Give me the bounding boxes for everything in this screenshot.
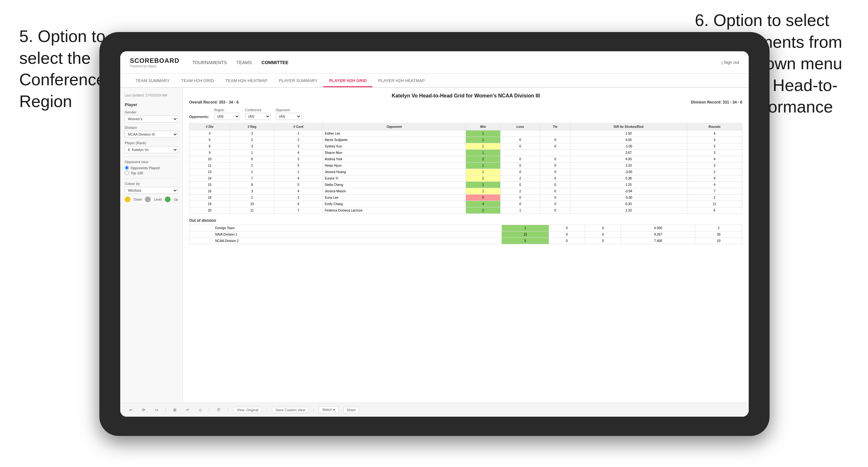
overall-record: Overall Record: 353 - 34 - 6 (189, 100, 239, 104)
th-rounds: Rounds (687, 123, 742, 130)
toolbar-sep4: | (267, 408, 268, 412)
table-row: 13 1 1 Jessica Huang 1 0 0 -3.00 2 (189, 169, 742, 175)
table-row: 18 2 2 Euna Lee 0 0 0 -5.00 2 (189, 194, 742, 201)
top-nav: SCOREBOARD Powered by clippd TOURNAMENTS… (120, 51, 749, 74)
toolbar-redo2[interactable]: ↪ (152, 407, 161, 413)
th-win: Win (466, 123, 500, 130)
main-data-table: # Div # Reg # Conf Opponent Win Loss Tie… (189, 123, 742, 214)
legend-label-level: Level (154, 198, 162, 201)
nav-tournaments[interactable]: TOURNAMENTS (192, 58, 227, 67)
app-content: SCOREBOARD Powered by clippd TOURNAMENTS… (120, 51, 749, 417)
sidebar-opponent-view-group: Opponents Played Top 100 (125, 166, 178, 175)
table-row: 10 6 3 Andrea York 2 0 0 4.00 4 (189, 156, 742, 162)
legend-label-down: Down (134, 198, 142, 201)
toolbar-save-custom[interactable]: Save Custom View (272, 407, 309, 413)
filter-row: Opponents: Region (All) Conference (All) (189, 108, 742, 120)
sub-nav: TEAM SUMMARY TEAM H2H GRID TEAM H2H HEAT… (120, 74, 749, 88)
logo-area: SCOREBOARD Powered by clippd (130, 57, 179, 68)
toolbar-sep2: | (209, 408, 210, 412)
sidebar-gender-label: Gender (125, 110, 178, 114)
table-row: 6 3 3 Sydney Kuo 1 0 0 -1.00 3 (189, 143, 742, 150)
table-row: 5 2 2 Alexis Sudjianto 1 0 0 4.00 3 (189, 137, 742, 143)
out-of-division-header: Out of division (189, 218, 742, 223)
legend-dot-level (145, 196, 151, 202)
toolbar-grid[interactable]: ⊞ (170, 407, 179, 413)
report-title: Katelyn Vo Head-to-Head Grid for Women's… (189, 93, 742, 99)
sidebar-gender-select[interactable]: Women's (125, 115, 178, 122)
nav-teams[interactable]: TEAMS (236, 58, 252, 67)
filter-conference-group: Conference (All) (245, 108, 271, 120)
th-conf: # Conf (274, 123, 322, 130)
sidebar-colour-by-select[interactable]: Win/loss (125, 187, 178, 194)
table-row: 15 8 5 Stella Cheng 1 0 0 1.25 4 (189, 182, 742, 188)
toolbar-view-original[interactable]: View: Original (233, 407, 262, 413)
sidebar-player-label: Player (125, 102, 178, 107)
subnav-player-summary[interactable]: PLAYER SUMMARY (273, 75, 323, 87)
toolbar-watch[interactable]: Watch ▾ (319, 406, 339, 413)
tablet-screen: SCOREBOARD Powered by clippd TOURNAMENTS… (120, 51, 749, 417)
main-content: Last Updated: 27/03/2024 AM Player Gende… (120, 88, 749, 403)
subnav-team-summary[interactable]: TEAM SUMMARY (130, 75, 176, 87)
toolbar-sep1: | (165, 408, 166, 412)
table-row: NAIA Division 1 15 0 0 9.267 30 (189, 231, 742, 238)
table-row: 9 1 4 Sharon Mun 1 3.67 3 (189, 150, 742, 156)
sidebar-opponent-view-label: Opponent view (125, 160, 178, 164)
subnav-team-h2h-heatmap[interactable]: TEAM H2H HEATMAP (220, 75, 273, 87)
table-row: 3 3 1 Esther Lee 1 1.50 4 (189, 130, 742, 137)
filter-conference-select[interactable]: (All) (245, 113, 271, 120)
bottom-toolbar: ↩ ⟳ ↪ | ⊞ ✂ ◇ | ⏱ | View: Original | Sav… (120, 403, 749, 417)
table-row: 16 3 4 Jessica Mason 1 2 0 -0.94 7 (189, 188, 742, 194)
nav-committee[interactable]: COMMITTEE (262, 58, 288, 67)
logo-sub: Powered by clippd (130, 64, 179, 68)
sidebar-radio-opponents-played[interactable]: Opponents Played (125, 166, 178, 170)
tablet: SCOREBOARD Powered by clippd TOURNAMENTS… (99, 32, 770, 436)
toolbar-sep3: | (228, 408, 228, 412)
toolbar-diamond[interactable]: ◇ (196, 407, 204, 413)
toolbar-clock[interactable]: ⏱ (214, 407, 223, 413)
th-div: # Div (189, 123, 230, 130)
filter-conference-label: Conference (245, 108, 271, 112)
toolbar-share[interactable]: Share (343, 407, 360, 413)
table-row: 20 11 7 Federica Domecq Lacroze 2 1 0 1.… (189, 207, 742, 214)
filter-region-label: Region (214, 108, 240, 112)
records-row: Overall Record: 353 - 34 - 6 Division Re… (189, 100, 742, 104)
division-record: Division Record: 331 - 34 - 6 (691, 100, 742, 104)
filter-region-select[interactable]: (All) (214, 113, 240, 120)
th-reg: # Reg (230, 123, 274, 130)
legend-label-up: Up (174, 198, 178, 201)
opponents-label: Opponents: (189, 115, 209, 120)
subnav-team-h2h-grid[interactable]: TEAM H2H GRID (176, 75, 220, 87)
filter-opponent-select[interactable]: (All) (276, 113, 302, 120)
table-row: NCAA Division 2 5 0 0 7.400 10 (189, 238, 742, 244)
table-row: 14 7 4 Eunice Yi 2 2 0 0.38 9 (189, 175, 742, 182)
sidebar-radio-top100[interactable]: Top 100 (125, 171, 178, 175)
toolbar-redo1[interactable]: ⟳ (140, 407, 148, 413)
nav-links: TOURNAMENTS TEAMS COMMITTEE (192, 58, 709, 67)
sign-out-link[interactable]: | Sign out (721, 60, 739, 65)
out-of-division-table: Foreign Team 1 0 0 4.500 2 NAIA Division… (189, 225, 742, 244)
sidebar: Last Updated: 27/03/2024 AM Player Gende… (120, 88, 183, 403)
sidebar-player-rank-select[interactable]: 8. Katelyn Vo (125, 146, 178, 153)
toolbar-undo[interactable]: ↩ (127, 407, 135, 413)
logo-scoreboard: SCOREBOARD (130, 57, 179, 64)
sidebar-updated: Last Updated: 27/03/2024 AM (125, 94, 178, 97)
filter-region-group: Region (All) (214, 108, 240, 120)
sidebar-player-rank-label: Player (Rank) (125, 141, 178, 145)
legend-dot-down (125, 196, 130, 202)
nav-right: | Sign out (721, 60, 739, 65)
subnav-player-h2h-grid[interactable]: PLAYER H2H GRID (323, 75, 372, 87)
sidebar-division-select[interactable]: NCAA Division III (125, 131, 178, 138)
sidebar-colour-by-label: Colour by (125, 182, 178, 186)
subnav-player-h2h-heatmap[interactable]: PLAYER H2H HEATMAP (372, 75, 430, 87)
filter-opponent-label: Opponent (276, 108, 302, 112)
toolbar-cut[interactable]: ✂ (183, 407, 192, 413)
table-row: 11 2 5 Heejo Hyun 1 0 0 3.33 3 (189, 162, 742, 169)
content-panel: Katelyn Vo Head-to-Head Grid for Women's… (183, 88, 749, 403)
th-tie: Tie (540, 123, 570, 130)
toolbar-sep5: | (313, 408, 314, 412)
filter-opponent-group: Opponent (All) (276, 108, 302, 120)
legend-dot-up (165, 196, 170, 202)
sidebar-division-label: Division (125, 126, 178, 129)
table-row: Foreign Team 1 0 0 4.500 2 (189, 225, 742, 231)
color-legend: Down Level Up (125, 196, 178, 202)
